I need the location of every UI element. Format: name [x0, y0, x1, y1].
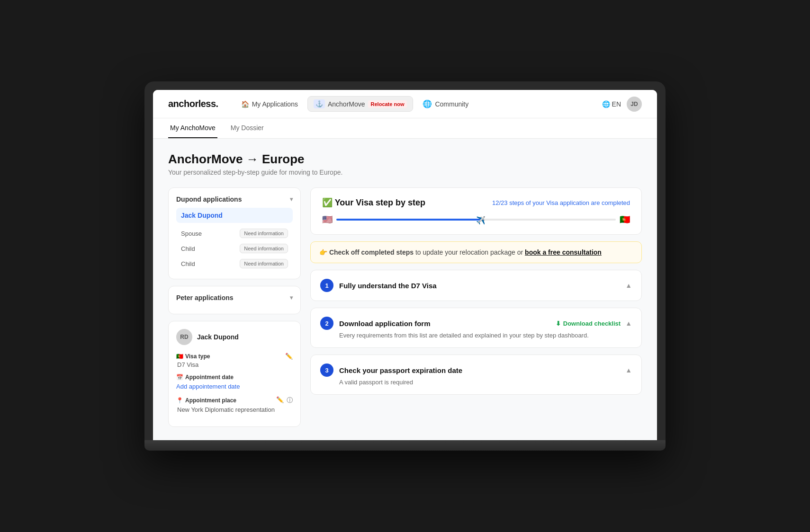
step-3-number: 3 — [320, 364, 333, 377]
chevron-down-icon: ▾ — [290, 196, 293, 203]
progress-track: ✈️ — [336, 219, 616, 221]
visa-progress-card: ✅ Your Visa step by step 12/23 steps of … — [310, 187, 642, 235]
steps-completed: 12/23 steps of your Visa application are… — [492, 199, 630, 206]
flag-start-icon: 🇺🇸 — [322, 214, 333, 225]
profile-header: RD Jack Dupond — [176, 329, 293, 345]
step-1-title: Fully understand the D7 Visa — [339, 282, 437, 290]
relocate-badge: Relocate now — [368, 100, 407, 108]
profile-avatar: RD — [176, 329, 192, 345]
sidebar: Dupond applications ▾ Jack Dupond Spouse… — [168, 187, 301, 427]
step-2-title: Download application form — [339, 319, 431, 328]
appointment-place-value: New York Diplomatic representation — [176, 406, 293, 413]
visa-type-edit-icon[interactable]: ✏️ — [285, 353, 293, 360]
portugal-flag-icon: 🇵🇹 — [176, 353, 183, 360]
place-info-icon[interactable]: ⓘ — [287, 396, 293, 405]
progress-bar-container: 🇺🇸 ✈️ 🇵🇹 — [322, 214, 630, 225]
logo: anchorless. — [168, 98, 218, 109]
check-steps-text: Check off completed steps — [329, 248, 414, 256]
nav-anchormove[interactable]: ⚓ AnchorMove Relocate now — [307, 96, 414, 112]
pin-icon: 📍 — [176, 397, 183, 404]
step-3-card: 3 Check your passport expiration date ▲ … — [310, 355, 642, 395]
nav-links: 🏠 My Applications ⚓ AnchorMove Relocate … — [235, 96, 602, 112]
calendar-icon: 📅 — [176, 374, 183, 381]
child2-item[interactable]: Child Need information — [176, 256, 293, 271]
nav-my-applications[interactable]: 🏠 My Applications — [235, 98, 304, 111]
visa-type-field: 🇵🇹 Visa type ✏️ D7 Visa — [176, 353, 293, 368]
nav-right: 🌐 EN JD — [602, 97, 642, 112]
dupond-group-card: Dupond applications ▾ Jack Dupond Spouse… — [168, 187, 301, 279]
language-selector[interactable]: 🌐 EN — [602, 100, 621, 108]
page-title: AnchorMove → Europe — [168, 152, 642, 167]
book-consultation-link[interactable]: book a free consultation — [525, 248, 602, 256]
globe-icon: 🌐 — [423, 99, 432, 108]
main-nav: anchorless. 🏠 My Applications ⚓ AnchorMo… — [153, 90, 657, 118]
appointment-place-field: 📍 Appointment place ✏️ ⓘ New York Diplom… — [176, 396, 293, 413]
step-3-desc: A valid passport is required — [339, 379, 632, 386]
child1-item[interactable]: Child Need information — [176, 241, 293, 256]
add-appointment-link[interactable]: Add appointement date — [176, 383, 240, 390]
download-icon: ⬇ — [556, 320, 561, 327]
info-banner: 👉 Check off completed steps to update yo… — [310, 241, 642, 263]
step-2-card: 2 Download application form ⬇ Download c… — [310, 308, 642, 348]
step-2-desc: Every requirements from this list are de… — [339, 332, 632, 339]
step-2-number: 2 — [320, 317, 333, 330]
tab-my-anchormove[interactable]: My AnchoMove — [168, 118, 217, 138]
step-3-title: Check your passport expiration date — [339, 366, 462, 374]
globe-lang-icon: 🌐 — [602, 100, 610, 108]
right-panel: ✅ Your Visa step by step 12/23 steps of … — [310, 187, 642, 427]
peter-chevron-icon: ▾ — [290, 294, 293, 301]
child2-need-info-badge: Need information — [240, 259, 288, 268]
anchormove-icon: ⚓ — [314, 99, 325, 108]
peter-group-header[interactable]: Peter applications ▾ — [176, 294, 293, 301]
finger-icon: 👉 — [319, 248, 327, 256]
step-1-number: 1 — [320, 279, 333, 292]
main-content: AnchorMove → Europe Your personalized st… — [153, 139, 657, 440]
peter-group-card: Peter applications ▾ — [168, 286, 301, 314]
step-1-card: 1 Fully understand the D7 Visa ▲ — [310, 270, 642, 301]
child1-need-info-badge: Need information — [240, 244, 288, 253]
download-checklist-link[interactable]: ⬇ Download checklist — [556, 320, 621, 327]
dupond-group-header[interactable]: Dupond applications ▾ — [176, 195, 293, 203]
tab-my-dossier[interactable]: My Dossier — [229, 118, 266, 138]
step-1-collapse-icon[interactable]: ▲ — [625, 282, 632, 289]
spouse-item[interactable]: Spouse Need information — [176, 226, 293, 241]
visa-type-value: D7 Visa — [176, 361, 293, 368]
jack-dupond-item[interactable]: Jack Dupond — [176, 208, 293, 223]
profile-name: Jack Dupond — [197, 333, 239, 341]
step-2-collapse-icon[interactable]: ▲ — [625, 319, 632, 327]
progress-fill — [336, 219, 482, 221]
spouse-need-info-badge: Need information — [240, 229, 288, 238]
user-avatar[interactable]: JD — [627, 97, 642, 112]
content-grid: Dupond applications ▾ Jack Dupond Spouse… — [168, 187, 642, 427]
appointment-date-field: 📅 Appointment date Add appointement date — [176, 374, 293, 390]
arrow-icon: ✈️ — [476, 216, 486, 225]
visa-section-title: ✅ Your Visa step by step — [322, 197, 425, 208]
subnav: My AnchoMove My Dossier — [153, 118, 657, 139]
step-3-collapse-icon[interactable]: ▲ — [625, 366, 632, 374]
flag-end-icon: 🇵🇹 — [620, 214, 630, 225]
home-icon: 🏠 — [241, 100, 249, 108]
page-subtitle: Your personalized step-by-step guide for… — [168, 168, 642, 176]
nav-community[interactable]: 🌐 Community — [417, 97, 474, 111]
profile-card: RD Jack Dupond 🇵🇹 Visa type ✏️ — [168, 321, 301, 427]
place-edit-icon[interactable]: ✏️ — [276, 396, 284, 405]
